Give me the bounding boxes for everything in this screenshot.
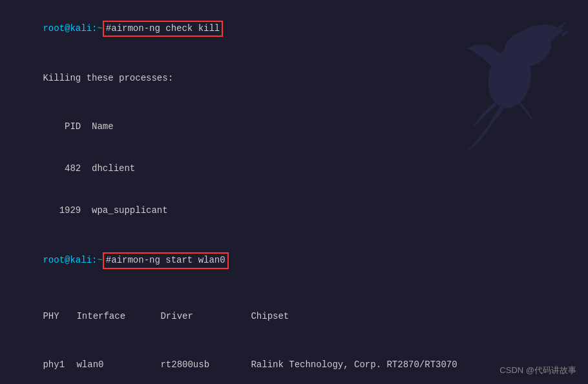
pid-1929: 1929 wpa_supplicant bbox=[43, 205, 167, 216]
col-chipset-label: Chipset bbox=[251, 310, 289, 324]
line-pid-482: 482 dhclient bbox=[10, 148, 578, 190]
csdn-watermark: CSDN @代码讲故事 bbox=[499, 365, 576, 376]
line-killing: Killing these processes: bbox=[10, 57, 578, 99]
col-iface-label: Interface bbox=[76, 310, 160, 324]
prompt-tilde-2: ~ bbox=[97, 255, 102, 265]
spacer-6 bbox=[10, 338, 578, 344]
spacer-3 bbox=[10, 232, 578, 238]
command-1: #airmon-ng check kill bbox=[103, 21, 223, 37]
line-pid-1929: 1929 wpa_supplicant bbox=[10, 190, 578, 232]
line-phy-row: phy1wlan0rt2800usbRalink Technology, Cor… bbox=[10, 344, 578, 384]
wlan0-value: wlan0 bbox=[76, 358, 160, 372]
col-driver-label: Driver bbox=[160, 310, 251, 324]
spacer-2 bbox=[10, 99, 578, 106]
col-phy-label: PHY bbox=[43, 310, 76, 324]
ralink-chipset: Ralink Technology, Corp. RT2870/RT3070 bbox=[251, 358, 457, 372]
prompt-root-2: root@kali: bbox=[43, 255, 97, 265]
line-1: root@kali:~#airmon-ng check kill bbox=[10, 6, 578, 51]
spacer-5 bbox=[10, 289, 578, 296]
killing-text: Killing these processes: bbox=[43, 73, 173, 83]
line-2: root@kali:~#airmon-ng start wlan0 bbox=[10, 238, 578, 283]
line-phy-header: PHYInterfaceDriverChipset bbox=[10, 296, 578, 338]
command-2: #airmon-ng start wlan0 bbox=[103, 252, 229, 269]
prompt-root-1: root@kali: bbox=[43, 23, 97, 34]
line-pid-header: PID Name bbox=[10, 106, 578, 148]
rt2800usb-value: rt2800usb bbox=[160, 358, 251, 372]
spacer-1 bbox=[10, 51, 578, 57]
terminal-window: root@kali:~#airmon-ng check kill Killing… bbox=[0, 0, 588, 384]
phy1-value: phy1 bbox=[43, 358, 76, 372]
pid-482: 482 dhclient bbox=[43, 163, 135, 174]
csdn-text: CSDN @代码讲故事 bbox=[499, 365, 576, 375]
prompt-tilde-1: ~ bbox=[97, 23, 102, 34]
terminal-content: root@kali:~#airmon-ng check kill Killing… bbox=[10, 6, 578, 384]
spacer-4 bbox=[10, 283, 578, 289]
pid-header: PID Name bbox=[43, 121, 113, 132]
